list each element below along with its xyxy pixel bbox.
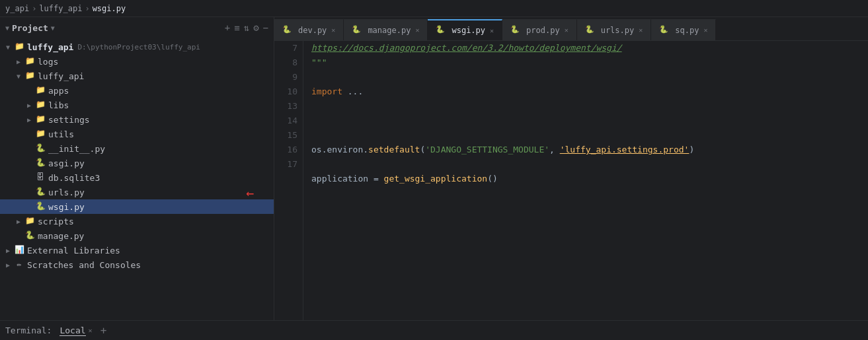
code-editor[interactable]: 7 8 9 10 13 14 15 16 17 https://docs.dja… (274, 41, 868, 320)
tab-close-prod[interactable]: ✕ (563, 26, 570, 34)
tab-wsgi-py[interactable]: 🐍 wsgi.py ✕ (428, 19, 502, 40)
terminal-add-button[interactable]: + (98, 324, 110, 337)
terminal-tab-name: Local (59, 325, 85, 336)
terminal-tab-local[interactable]: Local ✕ (54, 322, 97, 339)
sidebar-item-utils[interactable]: 📁 utils (0, 127, 274, 141)
sidebar-item-init-py[interactable]: 🐍 __init__.py (0, 141, 274, 156)
settings-icon[interactable]: ⚙ (253, 22, 258, 33)
sort-icon[interactable]: ⇅ (244, 22, 249, 33)
red-arrow-urls: ← (246, 185, 254, 201)
sidebar-item-logs[interactable]: 📁 logs (0, 54, 274, 69)
sidebar-item-apps[interactable]: 📁 apps (0, 83, 274, 98)
folder-icon: 📁 (13, 42, 25, 52)
folder-icon: 📁 (34, 129, 46, 139)
code-comma: , (549, 143, 560, 157)
sidebar-chevron-icon: ▼ (5, 24, 9, 32)
sidebar-item-wsgi-py[interactable]: 🐍 wsgi.py (0, 199, 274, 214)
collapse-all-icon[interactable]: ≡ (234, 22, 239, 33)
tab-label: wsgi.py (452, 26, 485, 35)
py-tab-icon: 🐍 (281, 25, 293, 36)
breadcrumb-sep: › (32, 4, 36, 13)
tab-label: prod.py (526, 26, 560, 35)
sidebar-item-manage-py[interactable]: 🐍 manage.py (0, 228, 274, 243)
code-app-parens: () (487, 172, 498, 186)
sidebar-item-scratches[interactable]: ✏️ Scratches and Consoles (0, 257, 274, 272)
folder-icon: 📁 (34, 114, 46, 125)
bottom-bar: Terminal: Local ✕ + (0, 320, 868, 340)
tree-arrow (3, 261, 13, 269)
sidebar: ▼ Project ▼ + ≡ ⇅ ⚙ − 📁 luffy_api D:\pyt… (0, 17, 274, 320)
sidebar-item-libs[interactable]: 📁 libs (0, 98, 274, 112)
tab-sq-py[interactable]: 🐍 sq.py ✕ (651, 19, 716, 40)
code-str1: 'DJANGO_SETTINGS_MODULE' (425, 143, 549, 157)
folder-icon: 📁 (24, 56, 36, 67)
tree-label: asgi.py (48, 158, 85, 168)
tab-label: sq.py (675, 26, 699, 35)
py-tab-icon: 🐍 (434, 25, 446, 36)
tab-close-sq[interactable]: ✕ (702, 26, 709, 34)
breadcrumb-item[interactable]: y_api (5, 4, 29, 13)
sidebar-item-urls-py[interactable]: 🐍 urls.py ← (0, 185, 274, 199)
tree-label: Scratches and Consoles (27, 260, 141, 270)
code-app-func: get_wsgi_application (384, 172, 488, 186)
tree-label: db.sqlite3 (48, 173, 100, 183)
sidebar-item-luffy-api-root[interactable]: 📁 luffy_api D:\pythonProject03\luffy_api (0, 40, 274, 54)
new-file-icon[interactable]: + (225, 22, 230, 33)
breadcrumb-sep: › (85, 4, 89, 13)
tab-manage-py[interactable]: 🐍 manage.py ✕ (344, 19, 428, 40)
tab-label: urls.py (601, 26, 635, 35)
sidebar-item-ext-libs[interactable]: 📊 External Libraries (0, 243, 274, 257)
py-file-icon: 🐍 (24, 230, 36, 241)
code-triple-quote: """ (311, 55, 327, 70)
tab-label: dev.py (298, 26, 327, 35)
terminal-tab-close[interactable]: ✕ (89, 327, 93, 334)
tree-label: urls.py (48, 187, 85, 197)
tab-dev-py[interactable]: 🐍 dev.py ✕ (274, 19, 344, 40)
tree-arrow (13, 58, 24, 65)
sidebar-title-group: ▼ Project ▼ (5, 23, 55, 33)
sidebar-item-luffy-api-inner[interactable]: 📁 luffy_api (0, 69, 274, 83)
folder-icon: 📁 (24, 216, 36, 226)
code-line-11 (311, 99, 868, 114)
tree-label: scripts (38, 217, 74, 226)
code-line-15 (311, 157, 868, 172)
sidebar-item-db-sqlite3[interactable]: 🗄 db.sqlite3 (0, 170, 274, 185)
code-content[interactable]: https://docs.djangoproject.com/en/3.2/ho… (303, 41, 868, 320)
code-line-14: os.environ.setdefault('DJANGO_SETTINGS_M… (311, 143, 868, 157)
folder-icon: 📁 (34, 100, 46, 110)
sidebar-header: ▼ Project ▼ + ≡ ⇅ ⚙ − (0, 17, 274, 38)
folder-icon: 📁 (24, 71, 36, 81)
code-line-9 (311, 70, 868, 85)
tree-label: logs (38, 57, 58, 67)
code-line-10: import ... (311, 85, 868, 99)
sidebar-item-scripts[interactable]: 📁 scripts (0, 214, 274, 228)
code-app-var: application = (311, 172, 384, 186)
sidebar-dropdown-icon[interactable]: ▼ (51, 24, 55, 32)
code-line-8: """ (311, 55, 868, 70)
breadcrumb-item-current[interactable]: wsgi.py (93, 4, 126, 13)
sidebar-actions: + ≡ ⇅ ⚙ − (225, 22, 268, 33)
sidebar-item-asgi-py[interactable]: 🐍 asgi.py (0, 156, 274, 170)
code-str2: 'luffy_api.settings.prod' (560, 143, 690, 157)
breadcrumb-item[interactable]: luffy_api (39, 4, 82, 13)
py-tab-icon: 🐍 (350, 25, 362, 36)
tab-close-urls[interactable]: ✕ (637, 26, 644, 34)
tab-close-dev[interactable]: ✕ (330, 26, 336, 34)
tab-close-manage[interactable]: ✕ (414, 26, 420, 34)
tab-prod-py[interactable]: 🐍 prod.py ✕ (502, 19, 577, 40)
code-os: os.environ. (311, 143, 368, 157)
py-file-icon: 🐍 (34, 201, 46, 212)
breadcrumb: y_api › luffy_api › wsgi.py (0, 0, 868, 17)
tab-urls-py[interactable]: 🐍 urls.py ✕ (577, 19, 652, 40)
close-sidebar-icon[interactable]: − (263, 22, 268, 33)
tab-close-wsgi[interactable]: ✕ (489, 26, 495, 35)
py-tab-icon: 🐍 (584, 25, 596, 36)
tree-label: wsgi.py (48, 202, 85, 212)
code-line-16: application = get_wsgi_application() (311, 172, 868, 186)
sidebar-item-settings[interactable]: 📁 settings (0, 112, 274, 127)
line-numbers: 7 8 9 10 13 14 15 16 17 (274, 41, 303, 320)
tree-arrow (13, 218, 24, 225)
ext-libs-icon: 📊 (13, 245, 25, 255)
scratches-icon: ✏️ (13, 259, 25, 270)
tree-label: libs (48, 100, 69, 110)
